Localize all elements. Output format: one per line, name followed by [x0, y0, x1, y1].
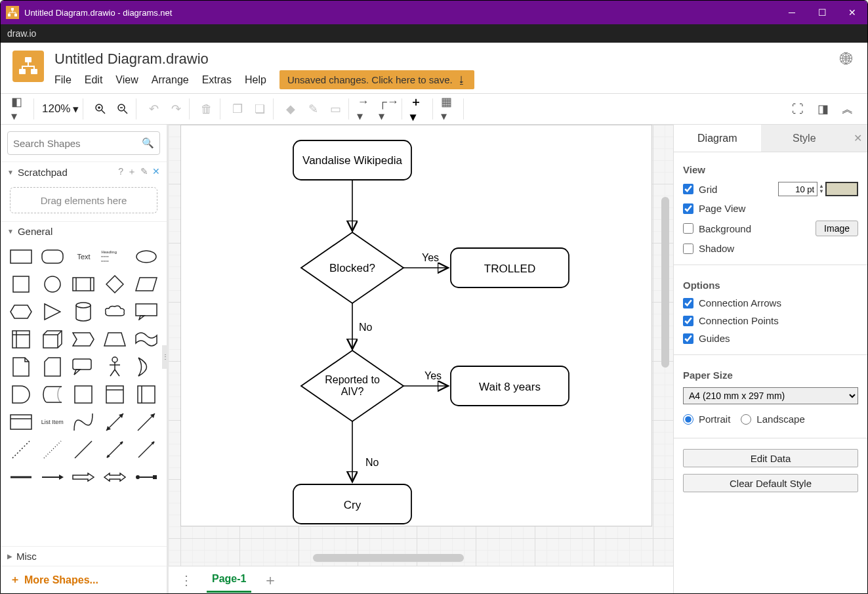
- zoom-dropdown[interactable]: 120% ▾: [42, 102, 79, 116]
- to-front-button[interactable]: ❐: [228, 100, 247, 118]
- shape-ellipse[interactable]: [133, 245, 160, 268]
- to-back-button[interactable]: ❏: [251, 100, 269, 118]
- shape-actor[interactable]: [101, 355, 129, 379]
- horizontal-scrollbar[interactable]: [313, 554, 464, 562]
- clear-default-style-button[interactable]: Clear Default Style: [683, 474, 858, 492]
- guides-checkbox[interactable]: [683, 333, 693, 344]
- page-menu-button[interactable]: ⋮: [178, 572, 195, 588]
- add-page-button[interactable]: ＋: [263, 570, 278, 590]
- insert-button[interactable]: ＋ ▾: [410, 100, 428, 118]
- general-header[interactable]: ▼ General: [1, 221, 167, 241]
- shape-internal-storage[interactable]: [7, 328, 35, 351]
- shape-list[interactable]: [7, 410, 35, 434]
- vertical-scrollbar[interactable]: [661, 197, 669, 368]
- shape-card[interactable]: [39, 355, 66, 379]
- language-icon[interactable]: 🌐︎: [840, 52, 853, 67]
- shadow-checkbox[interactable]: [683, 244, 693, 254]
- shape-arrow-thick-bi[interactable]: [101, 465, 129, 489]
- redo-button[interactable]: ↷: [167, 100, 185, 118]
- menu-arrange[interactable]: Arrange: [152, 74, 189, 86]
- shape-list-item[interactable]: List Item: [39, 410, 66, 434]
- zoom-in-button[interactable]: [91, 100, 110, 118]
- scratchpad-header[interactable]: ▼ Scratchpad ? ＋ ✎ ✕: [1, 161, 167, 182]
- grid-checkbox[interactable]: [683, 184, 693, 194]
- portrait-radio[interactable]: [683, 414, 693, 425]
- shape-arrow-thin[interactable]: [133, 438, 160, 461]
- shape-arrow[interactable]: [133, 410, 160, 434]
- shape-and[interactable]: [7, 383, 35, 406]
- format-panel-button[interactable]: ◨: [814, 100, 832, 118]
- shape-cylinder[interactable]: [70, 300, 98, 324]
- fullscreen-button[interactable]: ⛶: [789, 100, 807, 118]
- misc-header[interactable]: ▶ Misc: [1, 546, 167, 566]
- shape-datastore[interactable]: [39, 383, 66, 406]
- shape-diamond[interactable]: [101, 272, 129, 296]
- shadow-button[interactable]: ▭: [326, 100, 344, 118]
- connection-button[interactable]: → ▾: [357, 100, 375, 118]
- shape-square[interactable]: [7, 272, 35, 296]
- shape-dashed[interactable]: [7, 438, 35, 461]
- maximize-button[interactable]: ☐: [807, 1, 837, 24]
- grid-color-swatch[interactable]: [825, 182, 858, 196]
- papersize-select[interactable]: A4 (210 mm x 297 mm): [683, 387, 858, 404]
- zoom-out-button[interactable]: [114, 100, 132, 118]
- edit-icon[interactable]: ✎: [140, 166, 148, 178]
- shape-bidir-thin[interactable]: [101, 438, 129, 461]
- shape-arrow-thick[interactable]: [70, 465, 98, 489]
- more-shapes-button[interactable]: ＋ More Shapes...: [1, 566, 167, 593]
- fill-color-button[interactable]: ◆: [281, 100, 300, 118]
- shape-tape[interactable]: [133, 328, 160, 351]
- sidebar-toggle-button[interactable]: ◧ ▾: [11, 100, 30, 118]
- help-icon[interactable]: ?: [118, 166, 123, 178]
- menu-view[interactable]: View: [115, 74, 138, 86]
- panel-close-button[interactable]: ✕: [848, 125, 867, 152]
- shape-rect[interactable]: [7, 245, 35, 268]
- close-button[interactable]: ✕: [837, 1, 867, 24]
- shape-heading[interactable]: Heading━━━━━━: [101, 245, 129, 268]
- tab-diagram[interactable]: Diagram: [674, 125, 761, 152]
- search-input[interactable]: [13, 138, 142, 149]
- shape-dotted[interactable]: [39, 438, 66, 461]
- landscape-radio[interactable]: [741, 414, 751, 425]
- menu-edit[interactable]: Edit: [85, 74, 103, 86]
- sidebar-collapse-handle[interactable]: ⋮: [162, 345, 169, 369]
- table-button[interactable]: ▦ ▾: [441, 100, 459, 118]
- shape-arrow-solid[interactable]: [39, 465, 66, 489]
- add-icon[interactable]: ＋: [127, 166, 136, 178]
- scratchpad-dropzone[interactable]: Drag elements here: [10, 187, 157, 213]
- document-title[interactable]: Untitled Diagram.drawio: [54, 51, 474, 68]
- collapse-button[interactable]: ︽: [838, 100, 857, 118]
- shape-container[interactable]: [70, 383, 98, 406]
- drawing-canvas[interactable]: Vandalise Wikipedia Blocked? Yes TROLLED…: [169, 125, 673, 566]
- conn-points-checkbox[interactable]: [683, 316, 693, 326]
- shape-bidir-arrow[interactable]: [101, 410, 129, 434]
- shape-link[interactable]: [7, 465, 35, 489]
- shape-cloud[interactable]: [101, 300, 129, 324]
- shape-cube[interactable]: [39, 328, 66, 351]
- shape-step[interactable]: [70, 328, 98, 351]
- shape-rounded-rect[interactable]: [39, 245, 66, 268]
- tab-page-1[interactable]: Page-1: [207, 567, 251, 593]
- search-shapes[interactable]: 🔍: [7, 131, 160, 155]
- waypoint-button[interactable]: ┌→ ▾: [379, 100, 398, 118]
- delete-button[interactable]: 🗑: [197, 100, 216, 118]
- shape-callout2[interactable]: [70, 355, 98, 379]
- menu-file[interactable]: File: [54, 74, 72, 86]
- grid-size-input[interactable]: [778, 182, 817, 196]
- shape-callout[interactable]: [133, 300, 160, 324]
- undo-button[interactable]: ↶: [144, 100, 163, 118]
- pageview-checkbox[interactable]: [683, 203, 693, 214]
- shape-connector[interactable]: [133, 465, 160, 489]
- shape-trapezoid[interactable]: [101, 328, 129, 351]
- shape-container-v[interactable]: [133, 383, 160, 406]
- edit-data-button[interactable]: Edit Data: [683, 449, 858, 467]
- shape-parallelogram[interactable]: [133, 272, 160, 296]
- shape-circle[interactable]: [39, 272, 66, 296]
- shape-hexagon[interactable]: [7, 300, 35, 324]
- shape-text[interactable]: Text: [70, 245, 98, 268]
- shape-triangle[interactable]: [39, 300, 66, 324]
- menu-extras[interactable]: Extras: [202, 74, 232, 86]
- tab-style[interactable]: Style: [761, 125, 848, 152]
- close-icon[interactable]: ✕: [152, 166, 160, 178]
- conn-arrows-checkbox[interactable]: [683, 298, 693, 308]
